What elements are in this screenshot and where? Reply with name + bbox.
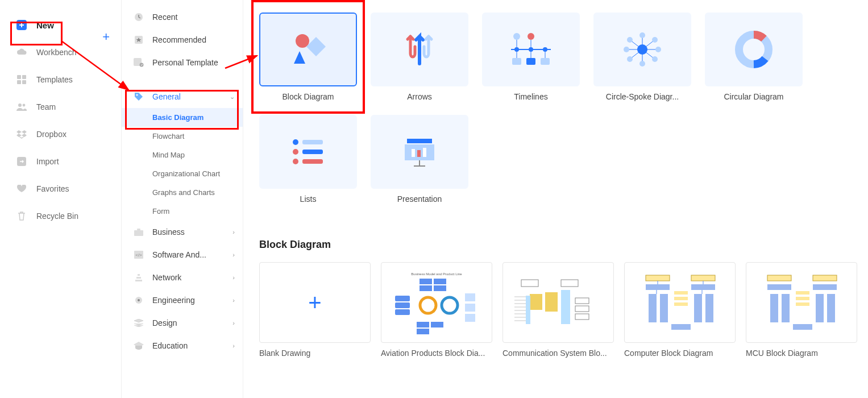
- nav-templates[interactable]: Templates: [0, 66, 121, 93]
- chevron-down-icon: ⌄: [230, 93, 235, 101]
- card-lists[interactable]: Lists: [259, 115, 357, 204]
- tag-icon: [133, 91, 144, 102]
- card-circular[interactable]: Circular Diagram: [705, 13, 803, 101]
- sub-mindmap[interactable]: Mind Map: [122, 146, 243, 164]
- card-thumb: [259, 115, 357, 189]
- svg-point-26: [514, 47, 519, 52]
- svg-text:</>: </>: [135, 252, 142, 258]
- svg-point-12: [136, 94, 138, 96]
- svg-point-48: [639, 32, 645, 38]
- main-content: Block Diagram Arrows: [243, 0, 868, 398]
- list-icon: [285, 132, 331, 172]
- svg-rect-78: [395, 296, 410, 301]
- cat-education[interactable]: Education ›: [122, 334, 243, 357]
- svg-rect-31: [512, 58, 521, 65]
- layers-icon: [133, 317, 144, 329]
- create-plus-button[interactable]: +: [102, 30, 110, 44]
- svg-point-5: [18, 103, 22, 107]
- svg-rect-110: [694, 294, 702, 322]
- tmpl-label: Computer Block Diagram: [624, 349, 736, 358]
- tmpl-blank[interactable]: + Blank Drawing: [259, 262, 371, 358]
- svg-rect-120: [767, 275, 791, 281]
- card-timelines[interactable]: Timelines: [482, 13, 580, 101]
- svg-rect-83: [465, 314, 475, 322]
- dropbox-icon: [16, 128, 27, 140]
- svg-point-29: [513, 33, 520, 40]
- nav-import[interactable]: Import: [0, 148, 121, 175]
- heart-icon: [16, 183, 27, 194]
- svg-point-62: [293, 159, 298, 164]
- svg-rect-88: [561, 280, 578, 287]
- svg-rect-18: [136, 277, 141, 279]
- cat-general[interactable]: General ⌄: [122, 85, 243, 108]
- primary-sidebar: New + Workbench Templates Team Dropbox I…: [0, 0, 122, 398]
- card-block-diagram[interactable]: Block Diagram: [259, 13, 357, 101]
- svg-rect-3: [17, 80, 21, 84]
- sub-form[interactable]: Form: [122, 202, 243, 221]
- cat-label: Engineering: [152, 296, 195, 305]
- svg-rect-115: [674, 302, 688, 306]
- svg-rect-81: [465, 293, 475, 301]
- nav-recycle[interactable]: Recycle Bin: [0, 202, 121, 230]
- card-circle-spoke[interactable]: Circle-Spoke Diagr...: [593, 13, 691, 101]
- cloud-icon: [16, 47, 27, 58]
- svg-rect-92: [561, 290, 570, 324]
- svg-rect-107: [691, 284, 715, 290]
- chevron-right-icon: ›: [232, 297, 235, 304]
- svg-rect-91: [526, 296, 530, 324]
- svg-rect-128: [793, 324, 812, 330]
- card-thumb: [371, 13, 468, 86]
- nav-label: Team: [36, 102, 56, 111]
- svg-rect-82: [465, 304, 475, 312]
- sub-basic-diagram[interactable]: Basic Diagram: [122, 108, 243, 127]
- svg-rect-75: [434, 285, 446, 291]
- tmpl-aviation[interactable]: Business Model and Product Line Aviation…: [381, 262, 492, 358]
- section-title: Block Diagram: [259, 239, 852, 251]
- svg-point-58: [293, 139, 298, 145]
- tmpl-communication[interactable]: Communication System Blo...: [502, 262, 614, 358]
- card-thumb: [482, 13, 580, 86]
- cat-software[interactable]: </> Software And... ›: [122, 243, 243, 266]
- cat-engineering[interactable]: Engineering ›: [122, 289, 243, 312]
- nav-favorites[interactable]: Favorites: [0, 175, 121, 202]
- block-preview-icon: [632, 268, 728, 337]
- cat-recent[interactable]: Recent: [122, 6, 243, 28]
- cat-label: Software And...: [152, 250, 206, 259]
- cat-label: Network: [152, 273, 181, 282]
- nav-dropbox[interactable]: Dropbox: [0, 121, 121, 148]
- clock-icon: [133, 11, 144, 23]
- cat-label: General: [152, 92, 181, 101]
- cat-personal-template[interactable]: Personal Template: [122, 51, 243, 74]
- card-presentation[interactable]: Presentation: [371, 115, 468, 204]
- svg-rect-95: [575, 314, 589, 320]
- tmpl-mcu[interactable]: MCU Block Diagram: [746, 262, 857, 358]
- card-label: Block Diagram: [259, 92, 357, 101]
- nav-label: Templates: [36, 75, 73, 84]
- cat-recommended[interactable]: Recommended: [122, 28, 243, 51]
- sub-graphs[interactable]: Graphs and Charts: [122, 183, 243, 202]
- tmpl-label: Aviation Products Block Dia...: [381, 349, 492, 358]
- svg-point-27: [529, 47, 533, 52]
- tmpl-thumb: [502, 262, 614, 343]
- briefcase-icon: [133, 226, 144, 238]
- card-arrows[interactable]: Arrows: [371, 13, 468, 101]
- cat-design[interactable]: Design ›: [122, 312, 243, 334]
- svg-rect-122: [767, 284, 791, 290]
- svg-point-21: [138, 299, 140, 301]
- sub-flowchart[interactable]: Flowchart: [122, 127, 243, 146]
- svg-rect-84: [417, 322, 429, 327]
- svg-rect-111: [705, 294, 713, 322]
- tmpl-computer[interactable]: Computer Block Diagram: [624, 262, 736, 358]
- nav-label: Import: [36, 157, 59, 166]
- cat-network[interactable]: Network ›: [122, 266, 243, 289]
- tmpl-thumb: +: [259, 262, 371, 343]
- svg-rect-32: [526, 58, 535, 65]
- cat-business[interactable]: Business ›: [122, 221, 243, 243]
- card-label: Lists: [259, 194, 357, 204]
- import-icon: [16, 156, 27, 167]
- nav-team[interactable]: Team: [0, 93, 121, 121]
- svg-rect-2: [22, 75, 26, 79]
- nav-label: Recycle Bin: [36, 212, 78, 221]
- svg-rect-59: [302, 140, 323, 144]
- sub-orgchart[interactable]: Organizational Chart: [122, 164, 243, 183]
